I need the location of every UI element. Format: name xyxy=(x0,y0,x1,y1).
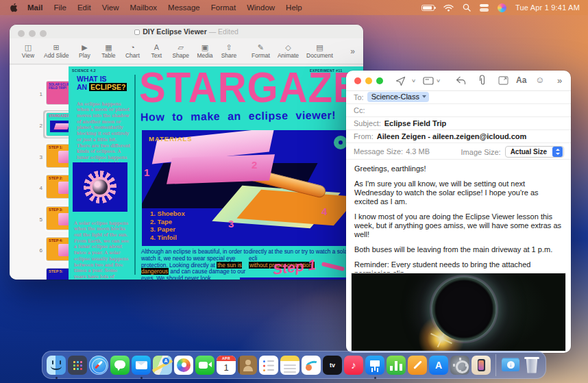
header-fields-icon[interactable] xyxy=(423,77,434,85)
to-field[interactable]: To:Science-Class xyxy=(346,91,571,104)
sun-icon xyxy=(84,171,117,203)
dock-numbers[interactable] xyxy=(387,356,406,375)
dock-photos[interactable] xyxy=(174,356,193,375)
document-button[interactable]: ▤Document xyxy=(306,43,333,59)
slide-number: 1 xyxy=(33,91,42,97)
attach-icon[interactable] xyxy=(478,75,487,86)
dock-finder[interactable] xyxy=(47,356,66,375)
add-slide-button[interactable]: ⊞Add Slide xyxy=(44,43,69,59)
emoji-icon[interactable]: ☺ xyxy=(535,75,544,85)
dock-contacts[interactable] xyxy=(238,356,257,375)
battery-icon[interactable] xyxy=(421,5,434,11)
minimize-button[interactable] xyxy=(365,77,372,84)
from-field[interactable]: From:Aileen Zeigen - aileen.zeigen@iclou… xyxy=(346,130,571,143)
close-button[interactable] xyxy=(354,77,361,84)
dock-tv[interactable]: tv xyxy=(323,356,342,375)
dock-maps[interactable] xyxy=(153,356,172,375)
dock-freeform[interactable] xyxy=(302,356,321,375)
spotlight-search-icon[interactable] xyxy=(463,3,471,12)
dock-mail[interactable] xyxy=(132,356,151,375)
play-icon: ▶ xyxy=(82,43,87,51)
figure-number: 1 xyxy=(144,166,149,178)
slide-number: 4 xyxy=(33,185,42,191)
image-size-select[interactable]: Actual Size xyxy=(505,146,564,158)
menu-mailbox[interactable]: Mailbox xyxy=(124,3,162,12)
slide-number: 5 xyxy=(33,217,42,223)
header-fields-chevron-icon[interactable]: ∨ xyxy=(436,78,441,84)
mail-toolbar[interactable]: ∨ ∨ Aa ☺ » xyxy=(346,71,571,91)
document-sidebar-icon: ▤ xyxy=(316,43,323,51)
dock-safari[interactable] xyxy=(89,356,108,375)
mail-overflow-chevron[interactable]: » xyxy=(557,75,562,86)
sun-illustration-box xyxy=(73,162,127,212)
menu-mail[interactable]: Mail xyxy=(22,3,48,12)
dock-keynote[interactable] xyxy=(365,356,384,375)
menu-message[interactable]: Message xyxy=(162,3,206,12)
menu-edit[interactable]: Edit xyxy=(72,3,97,12)
share-button[interactable]: ⇧Share xyxy=(221,43,237,59)
dock-facetime[interactable] xyxy=(195,356,215,375)
send-icon[interactable] xyxy=(395,76,406,86)
media-button[interactable]: ▣Media xyxy=(197,43,213,59)
dock-reminders[interactable] xyxy=(259,356,278,375)
keynote-window: DIY Eclipse Viewer — Edited ◫View ⊞Add S… xyxy=(10,25,363,280)
recipient-token[interactable]: Science-Class xyxy=(367,92,429,102)
materials-label: MATERIALS xyxy=(149,135,193,143)
control-center-icon[interactable] xyxy=(480,4,489,12)
dock-launchpad[interactable] xyxy=(68,356,87,375)
slide-navigator: 1 SOLAR ECLIPSE FIELD TRIP! 2 STARGAZER … xyxy=(10,65,69,280)
menu-clock[interactable]: Tue Apr 1 9:41 AM xyxy=(515,3,580,12)
view-icon: ◫ xyxy=(25,43,32,51)
slide-subtitle: How to make an eclipse viewer! xyxy=(140,110,336,124)
edited-badge: — Edited xyxy=(209,27,238,36)
dock-iphone-mirroring[interactable] xyxy=(471,356,491,375)
siri-icon[interactable] xyxy=(498,3,506,12)
cc-field[interactable]: Cc: xyxy=(346,104,571,117)
text-icon: A xyxy=(154,43,159,51)
reply-icon[interactable] xyxy=(456,76,466,85)
play-button[interactable]: ▶Play xyxy=(76,43,93,59)
chart-button[interactable]: ◔Chart xyxy=(124,43,140,59)
send-chevron-icon[interactable]: ∨ xyxy=(411,78,416,84)
wifi-icon[interactable] xyxy=(443,4,454,12)
stepper-icon xyxy=(552,147,563,157)
figure-number: 2 xyxy=(252,159,257,171)
menu-format[interactable]: Format xyxy=(206,3,241,12)
text-button[interactable]: AText xyxy=(148,43,164,59)
document-icon xyxy=(134,29,140,35)
shape-icon: ▱ xyxy=(177,43,183,51)
zoom-button[interactable] xyxy=(376,77,383,84)
dock-separator xyxy=(495,354,496,376)
subject-field[interactable]: Subject:Eclipse Field Trip xyxy=(346,117,571,130)
shape-button[interactable]: ▱Shape xyxy=(172,43,189,59)
format-text-icon[interactable]: Aa xyxy=(516,75,526,85)
dock-system-settings[interactable] xyxy=(450,356,469,375)
format-button[interactable]: ✎Format xyxy=(252,43,270,59)
dock-app-store[interactable] xyxy=(429,356,448,375)
materials-list: 1. Shoebox 2. Tape 3. Paper 4. Tinfoil xyxy=(150,210,185,241)
keynote-titlebar[interactable]: DIY Eclipse Viewer — Edited xyxy=(10,25,363,38)
slide-canvas[interactable]: SCIENCE 4.2 EXPERIMENT #11 WHAT IS AN EC… xyxy=(69,66,363,280)
animate-button[interactable]: ◇Animate xyxy=(278,43,299,59)
dock-music[interactable] xyxy=(344,356,363,375)
body-paragraph: Greetings, earthlings! xyxy=(354,164,563,173)
subject-value: Eclipse Field Trip xyxy=(384,119,446,127)
dock-messages[interactable] xyxy=(110,356,130,375)
menu-view[interactable]: View xyxy=(97,3,125,12)
dock-pages[interactable] xyxy=(408,356,427,375)
dock-trash[interactable] xyxy=(522,356,541,375)
dock-calendar[interactable]: APR1 xyxy=(217,356,236,375)
insert-photo-icon[interactable] xyxy=(498,76,509,85)
menu-file[interactable]: File xyxy=(48,3,72,12)
dock-notes[interactable] xyxy=(280,356,299,375)
view-button[interactable]: ◫View xyxy=(20,43,36,59)
running-indicator xyxy=(140,377,143,379)
message-size-value: 4.3 MB xyxy=(406,147,430,156)
toolbar-overflow-chevron[interactable]: » xyxy=(350,47,363,56)
dock-downloads[interactable] xyxy=(501,356,520,375)
eclipse-photo-attachment[interactable] xyxy=(352,273,565,351)
apple-menu-icon[interactable] xyxy=(10,3,18,12)
table-button[interactable]: ▦Table xyxy=(100,43,117,59)
menu-window[interactable]: Window xyxy=(241,3,280,12)
menu-help[interactable]: Help xyxy=(280,3,308,12)
